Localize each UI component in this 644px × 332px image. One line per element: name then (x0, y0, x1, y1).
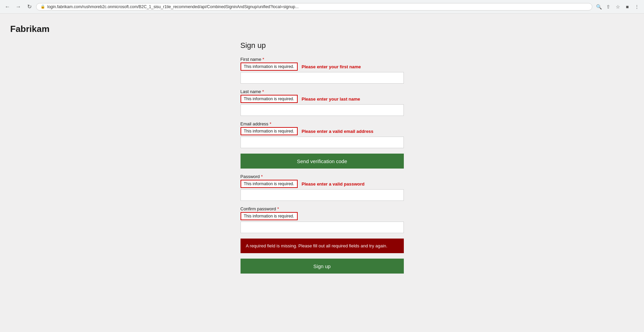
send-verification-code-button[interactable]: Send verification code (241, 154, 404, 169)
address-text: login.fabrikam.com/rushmoreb2c.onmicroso… (47, 4, 299, 9)
password-inline-error: This information is required. (241, 180, 298, 188)
signup-button[interactable]: Sign up (241, 259, 404, 274)
email-label: Email address * (241, 121, 404, 126)
error-banner: A required field is missing. Please fill… (241, 239, 404, 253)
password-side-error: Please enter a valid password (302, 181, 365, 187)
search-icon[interactable]: 🔍 (595, 3, 602, 11)
browser-chrome: ← → ↻ 🔒 login.fabrikam.com/rushmoreb2c.o… (0, 0, 644, 14)
first-name-field-group: First name * This information is require… (241, 57, 404, 84)
back-button[interactable]: ← (3, 3, 12, 11)
forward-button[interactable]: → (14, 3, 22, 11)
page-content: Fabrikam Sign up First name * This infor… (0, 14, 644, 332)
signup-form-container: Sign up First name * This information is… (241, 41, 404, 274)
last-name-field-group: Last name * This information is required… (241, 89, 404, 116)
last-name-inline-error: This information is required. (241, 95, 298, 103)
confirm-password-input[interactable] (241, 222, 404, 233)
password-label: Password * (241, 174, 404, 179)
email-field-group: Email address * This information is requ… (241, 121, 404, 148)
reload-button[interactable]: ↻ (25, 3, 33, 11)
email-inline-error: This information is required. (241, 127, 298, 135)
email-side-error: Please enter a valid email address (302, 129, 374, 134)
password-error-row: This information is required. Please ent… (241, 180, 404, 188)
first-name-error-row: This information is required. Please ent… (241, 63, 404, 71)
menu-icon[interactable]: ⋮ (633, 3, 641, 11)
confirm-password-inline-error: This information is required. (241, 212, 298, 220)
address-bar[interactable]: 🔒 login.fabrikam.com/rushmoreb2c.onmicro… (36, 3, 592, 11)
extensions-icon[interactable]: ■ (624, 3, 631, 11)
last-name-error-row: This information is required. Please ent… (241, 95, 404, 103)
bookmark-icon[interactable]: ☆ (614, 3, 622, 11)
first-name-inline-error: This information is required. (241, 63, 298, 71)
password-field-group: Password * This information is required.… (241, 174, 404, 201)
first-name-label: First name * (241, 57, 404, 62)
brand-logo: Fabrikam (0, 20, 644, 41)
first-name-side-error: Please enter your first name (302, 64, 361, 69)
email-error-row: This information is required. Please ent… (241, 127, 404, 135)
confirm-password-error-row: This information is required. (241, 212, 404, 220)
last-name-input[interactable] (241, 104, 404, 116)
last-name-label: Last name * (241, 89, 404, 94)
first-name-input[interactable] (241, 72, 404, 84)
page-title: Sign up (241, 41, 404, 50)
lock-icon: 🔒 (40, 4, 45, 9)
last-name-side-error: Please enter your last name (302, 97, 360, 102)
password-input[interactable] (241, 189, 404, 201)
confirm-password-label: Confirm password * (241, 206, 404, 211)
browser-toolbar-right: 🔍 ⇧ ☆ ■ ⋮ (595, 3, 641, 11)
share-icon[interactable]: ⇧ (605, 3, 612, 11)
email-input[interactable] (241, 137, 404, 148)
confirm-password-field-group: Confirm password * This information is r… (241, 206, 404, 233)
